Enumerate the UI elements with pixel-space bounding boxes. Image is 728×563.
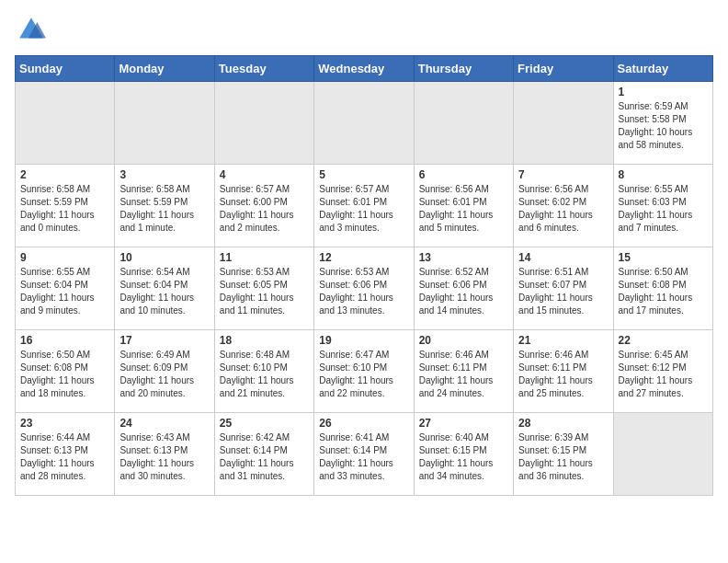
calendar-cell: 9Sunrise: 6:55 AM Sunset: 6:04 PM Daylig… [16, 247, 115, 330]
day-number: 9 [20, 251, 109, 264]
day-info: Sunrise: 6:49 AM Sunset: 6:09 PM Dayligh… [119, 349, 209, 400]
calendar-cell: 10Sunrise: 6:54 AM Sunset: 6:04 PM Dayli… [115, 247, 214, 330]
calendar-cell [16, 82, 115, 165]
calendar-cell: 6Sunrise: 6:56 AM Sunset: 6:01 PM Daylig… [414, 165, 513, 247]
calendar-cell: 21Sunrise: 6:46 AM Sunset: 6:11 PM Dayli… [514, 330, 613, 413]
day-number: 6 [419, 168, 508, 181]
day-info: Sunrise: 6:46 AM Sunset: 6:11 PM Dayligh… [419, 349, 508, 400]
day-number: 17 [119, 334, 209, 347]
calendar-cell: 26Sunrise: 6:41 AM Sunset: 6:14 PM Dayli… [314, 413, 414, 496]
day-info: Sunrise: 6:40 AM Sunset: 6:15 PM Dayligh… [419, 431, 508, 483]
calendar-week-row: 2Sunrise: 6:58 AM Sunset: 5:59 PM Daylig… [16, 165, 713, 247]
weekday-header: Wednesday [314, 56, 414, 82]
day-info: Sunrise: 6:41 AM Sunset: 6:14 PM Dayligh… [319, 431, 408, 483]
day-info: Sunrise: 6:50 AM Sunset: 6:08 PM Dayligh… [20, 349, 109, 400]
logo [15, 15, 46, 44]
day-info: Sunrise: 6:58 AM Sunset: 5:59 PM Dayligh… [119, 183, 209, 235]
day-info: Sunrise: 6:39 AM Sunset: 6:15 PM Dayligh… [518, 431, 608, 483]
day-number: 4 [220, 168, 309, 181]
calendar-cell: 16Sunrise: 6:50 AM Sunset: 6:08 PM Dayli… [16, 330, 115, 413]
calendar-cell: 22Sunrise: 6:45 AM Sunset: 6:12 PM Dayli… [613, 330, 712, 413]
calendar-cell: 15Sunrise: 6:50 AM Sunset: 6:08 PM Dayli… [613, 247, 712, 330]
calendar-cell: 13Sunrise: 6:52 AM Sunset: 6:06 PM Dayli… [414, 247, 513, 330]
calendar-cell: 25Sunrise: 6:42 AM Sunset: 6:14 PM Dayli… [214, 413, 313, 496]
day-number: 18 [220, 334, 309, 347]
day-info: Sunrise: 6:53 AM Sunset: 6:05 PM Dayligh… [220, 266, 309, 317]
day-number: 13 [419, 251, 508, 264]
day-number: 10 [119, 251, 209, 264]
day-info: Sunrise: 6:52 AM Sunset: 6:06 PM Dayligh… [419, 266, 508, 317]
day-info: Sunrise: 6:42 AM Sunset: 6:14 PM Dayligh… [220, 431, 309, 483]
calendar-cell: 5Sunrise: 6:57 AM Sunset: 6:01 PM Daylig… [314, 165, 414, 247]
day-number: 5 [319, 168, 408, 181]
weekday-header: Thursday [414, 56, 513, 82]
day-info: Sunrise: 6:48 AM Sunset: 6:10 PM Dayligh… [220, 349, 309, 400]
day-number: 8 [619, 168, 708, 181]
calendar-cell [414, 82, 513, 165]
day-info: Sunrise: 6:45 AM Sunset: 6:12 PM Dayligh… [619, 349, 708, 400]
page-header [15, 15, 713, 44]
day-info: Sunrise: 6:51 AM Sunset: 6:07 PM Dayligh… [518, 266, 608, 317]
day-info: Sunrise: 6:54 AM Sunset: 6:04 PM Dayligh… [119, 266, 209, 317]
day-number: 23 [20, 417, 109, 430]
calendar-week-row: 16Sunrise: 6:50 AM Sunset: 6:08 PM Dayli… [16, 330, 713, 413]
day-number: 28 [518, 417, 608, 430]
day-number: 3 [119, 168, 209, 181]
calendar-cell: 24Sunrise: 6:43 AM Sunset: 6:13 PM Dayli… [115, 413, 214, 496]
calendar-cell: 23Sunrise: 6:44 AM Sunset: 6:13 PM Dayli… [16, 413, 115, 496]
calendar-cell: 2Sunrise: 6:58 AM Sunset: 5:59 PM Daylig… [16, 165, 115, 247]
calendar-cell: 28Sunrise: 6:39 AM Sunset: 6:15 PM Dayli… [514, 413, 613, 496]
day-number: 2 [20, 168, 109, 181]
calendar-cell: 27Sunrise: 6:40 AM Sunset: 6:15 PM Dayli… [414, 413, 513, 496]
day-number: 7 [518, 168, 608, 181]
day-info: Sunrise: 6:53 AM Sunset: 6:06 PM Dayligh… [319, 266, 408, 317]
day-info: Sunrise: 6:47 AM Sunset: 6:10 PM Dayligh… [319, 349, 408, 400]
day-info: Sunrise: 6:59 AM Sunset: 5:58 PM Dayligh… [619, 100, 708, 152]
day-info: Sunrise: 6:55 AM Sunset: 6:03 PM Dayligh… [619, 183, 708, 235]
calendar-week-row: 9Sunrise: 6:55 AM Sunset: 6:04 PM Daylig… [16, 247, 713, 330]
day-number: 19 [319, 334, 408, 347]
day-number: 11 [220, 251, 309, 264]
logo-icon [17, 15, 46, 44]
weekday-header: Sunday [16, 56, 115, 82]
calendar-cell: 11Sunrise: 6:53 AM Sunset: 6:05 PM Dayli… [214, 247, 313, 330]
day-number: 22 [619, 334, 708, 347]
calendar-week-row: 1Sunrise: 6:59 AM Sunset: 5:58 PM Daylig… [16, 82, 713, 165]
calendar-cell [314, 82, 414, 165]
calendar: SundayMondayTuesdayWednesdayThursdayFrid… [15, 55, 713, 496]
calendar-cell [115, 82, 214, 165]
calendar-cell [214, 82, 313, 165]
day-number: 25 [220, 417, 309, 430]
day-number: 21 [518, 334, 608, 347]
calendar-header-row: SundayMondayTuesdayWednesdayThursdayFrid… [16, 56, 713, 82]
day-number: 16 [20, 334, 109, 347]
day-info: Sunrise: 6:50 AM Sunset: 6:08 PM Dayligh… [619, 266, 708, 317]
weekday-header: Monday [115, 56, 214, 82]
day-number: 14 [518, 251, 608, 264]
calendar-cell: 7Sunrise: 6:56 AM Sunset: 6:02 PM Daylig… [514, 165, 613, 247]
day-info: Sunrise: 6:57 AM Sunset: 6:00 PM Dayligh… [220, 183, 309, 235]
day-number: 20 [419, 334, 508, 347]
day-info: Sunrise: 6:57 AM Sunset: 6:01 PM Dayligh… [319, 183, 408, 235]
calendar-cell: 3Sunrise: 6:58 AM Sunset: 5:59 PM Daylig… [115, 165, 214, 247]
day-info: Sunrise: 6:56 AM Sunset: 6:01 PM Dayligh… [419, 183, 508, 235]
day-number: 1 [619, 86, 708, 98]
weekday-header: Saturday [613, 56, 712, 82]
day-number: 24 [119, 417, 209, 430]
day-info: Sunrise: 6:58 AM Sunset: 5:59 PM Dayligh… [20, 183, 109, 235]
day-number: 27 [419, 417, 508, 430]
calendar-cell: 8Sunrise: 6:55 AM Sunset: 6:03 PM Daylig… [613, 165, 712, 247]
calendar-cell: 19Sunrise: 6:47 AM Sunset: 6:10 PM Dayli… [314, 330, 414, 413]
day-number: 12 [319, 251, 408, 264]
weekday-header: Tuesday [214, 56, 313, 82]
day-number: 15 [619, 251, 708, 264]
calendar-cell: 4Sunrise: 6:57 AM Sunset: 6:00 PM Daylig… [214, 165, 313, 247]
calendar-cell [514, 82, 613, 165]
calendar-cell: 17Sunrise: 6:49 AM Sunset: 6:09 PM Dayli… [115, 330, 214, 413]
weekday-header: Friday [514, 56, 613, 82]
day-info: Sunrise: 6:56 AM Sunset: 6:02 PM Dayligh… [518, 183, 608, 235]
day-info: Sunrise: 6:55 AM Sunset: 6:04 PM Dayligh… [20, 266, 109, 317]
day-info: Sunrise: 6:46 AM Sunset: 6:11 PM Dayligh… [518, 349, 608, 400]
calendar-cell: 12Sunrise: 6:53 AM Sunset: 6:06 PM Dayli… [314, 247, 414, 330]
calendar-cell: 14Sunrise: 6:51 AM Sunset: 6:07 PM Dayli… [514, 247, 613, 330]
